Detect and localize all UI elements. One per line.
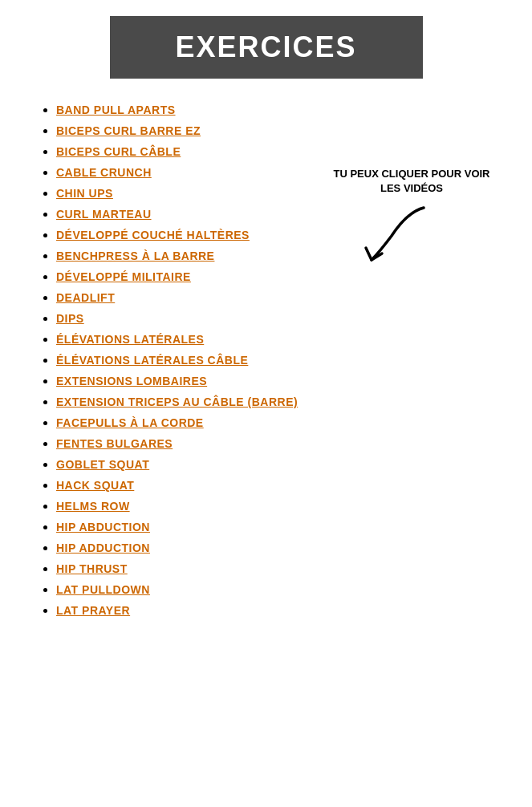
list-item: HACK SQUAT xyxy=(56,478,500,493)
header-banner: EXERCICES xyxy=(110,16,423,79)
exercise-link[interactable]: BICEPS CURL BARRE EZ xyxy=(56,124,201,137)
list-item: ÉLÉVATIONS LATÉRALES xyxy=(56,332,500,347)
exercise-link[interactable]: DIPS xyxy=(56,312,84,325)
exercise-link[interactable]: LAT PULLDOWN xyxy=(56,583,150,596)
exercise-link[interactable]: CHIN UPS xyxy=(56,187,113,200)
exercise-link[interactable]: ÉLÉVATIONS LATÉRALES xyxy=(56,333,204,346)
content-area: BAND PULL APARTSBICEPS CURL BARRE EZBICE… xyxy=(32,103,500,624)
exercise-link[interactable]: HIP ADDUCTION xyxy=(56,541,150,554)
exercise-link[interactable]: HIP ABDUCTION xyxy=(56,521,150,533)
exercise-link[interactable]: HELMS ROW xyxy=(56,500,130,513)
exercise-link[interactable]: HIP THRUST xyxy=(56,562,128,575)
list-item: DIPS xyxy=(56,311,500,326)
list-item: HIP THRUST xyxy=(56,562,500,576)
exercise-link[interactable]: ÉLÉVATIONS LATÉRALES CÂBLE xyxy=(56,354,248,367)
exercise-link[interactable]: LAT PRAYER xyxy=(56,604,130,617)
exercise-link[interactable]: EXTENSIONS LOMBAIRES xyxy=(56,375,207,387)
list-item: BAND PULL APARTS xyxy=(56,103,500,117)
list-item: LAT PRAYER xyxy=(56,603,500,618)
list-item: EXTENSION TRICEPS AU CÂBLE (BARRE) xyxy=(56,395,500,409)
exercise-link[interactable]: EXTENSION TRICEPS AU CÂBLE (BARRE) xyxy=(56,395,298,408)
exercise-link[interactable]: FACEPULLS À LA CORDE xyxy=(56,416,204,429)
list-item: FACEPULLS À LA CORDE xyxy=(56,416,500,430)
list-item: GOBLET SQUAT xyxy=(56,457,500,472)
exercise-link[interactable]: BAND PULL APARTS xyxy=(56,103,176,116)
list-item: HELMS ROW xyxy=(56,499,500,513)
list-item: EXTENSIONS LOMBAIRES xyxy=(56,374,500,388)
exercise-link[interactable]: GOBLET SQUAT xyxy=(56,458,149,471)
list-item: BICEPS CURL BARRE EZ xyxy=(56,124,500,138)
list-item: DEADLIFT xyxy=(56,290,500,305)
list-item: LAT PULLDOWN xyxy=(56,582,500,597)
exercise-link[interactable]: BENCHPRESS À LA BARRE xyxy=(56,249,214,262)
list-item: DÉVELOPPÉ MILITAIRE xyxy=(56,270,500,284)
exercise-link[interactable]: FENTES BULGARES xyxy=(56,437,173,450)
annotation-text: TU PEUX CLIQUER POUR VOIR LES VIDÉOS xyxy=(323,167,500,196)
exercise-link[interactable]: DEADLIFT xyxy=(56,291,115,304)
list-item: BICEPS CURL CÂBLE xyxy=(56,144,500,159)
exercise-link[interactable]: DÉVELOPPÉ MILITAIRE xyxy=(56,270,191,283)
list-item: FENTES BULGARES xyxy=(56,436,500,451)
exercise-link[interactable]: DÉVELOPPÉ COUCHÉ HALTÈRES xyxy=(56,229,250,241)
list-item: HIP ADDUCTION xyxy=(56,541,500,555)
exercise-link[interactable]: CABLE CRUNCH xyxy=(56,166,152,179)
list-item: ÉLÉVATIONS LATÉRALES CÂBLE xyxy=(56,353,500,367)
arrow-icon xyxy=(359,204,440,268)
exercise-link[interactable]: HACK SQUAT xyxy=(56,479,134,492)
page-title: EXERCICES xyxy=(134,30,399,64)
list-item: HIP ABDUCTION xyxy=(56,520,500,534)
exercise-link[interactable]: CURL MARTEAU xyxy=(56,208,152,221)
exercise-link[interactable]: BICEPS CURL CÂBLE xyxy=(56,145,181,158)
annotation-area: TU PEUX CLIQUER POUR VOIR LES VIDÉOS xyxy=(323,167,500,271)
